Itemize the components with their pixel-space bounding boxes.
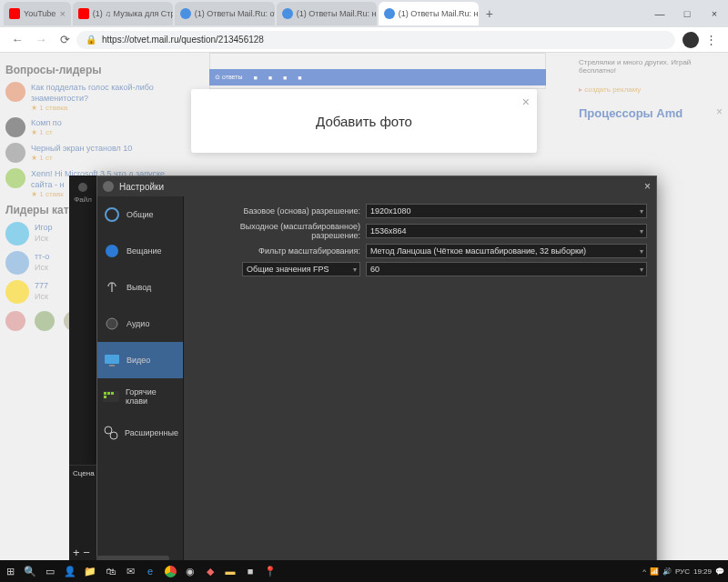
question-item[interactable]: Как подделать голос какой-либо знаменито… (5, 82, 186, 112)
nav-audio[interactable]: Аудио (97, 306, 183, 342)
fps-type-select[interactable]: Общие значения FPS (242, 262, 360, 276)
tab-youtube[interactable]: YouTube× (4, 2, 71, 25)
nav-output[interactable]: Вывод (97, 269, 183, 306)
avatar (5, 143, 25, 163)
new-tab-button[interactable]: + (480, 6, 499, 21)
tab-music[interactable]: (1) ♫ Музыка для Стрима× (73, 2, 173, 25)
avatar (5, 311, 25, 331)
avatar (5, 82, 25, 102)
antenna-icon (103, 278, 121, 296)
youtube-icon (9, 8, 20, 19)
tab-mail1[interactable]: (1) Ответы Mail.Ru: ответ× (175, 2, 275, 25)
ad-text: Стрелялки и много других. Играй бесплатн… (579, 58, 723, 75)
windows-taskbar[interactable]: ⊞ 🔍 ▭ 👤 📁 🛍 ✉ e ◉ ◆ ▬ ■ 📍 ^ 📶 🔊 РУС 19:2… (0, 560, 728, 582)
svg-point-11 (110, 432, 117, 439)
section-title: Вопросы-лидеры (5, 64, 186, 76)
cogs-icon (103, 424, 119, 442)
svg-rect-8 (111, 392, 114, 395)
output-resolution-select[interactable]: 1536x864 (366, 224, 647, 238)
add-scene-button[interactable]: + − (73, 546, 90, 559)
reload-icon[interactable]: ⟳ (56, 32, 73, 48)
question-item[interactable]: Комп по★ 1 ст (5, 117, 186, 137)
page-right-sidebar: Стрелялки и много других. Играй бесплатн… (573, 53, 728, 125)
base-resolution-label: Базовое (основа) разрешение: (193, 206, 366, 216)
start-button[interactable]: ⊞ (0, 561, 20, 581)
tab-mail3-active[interactable]: (1) Ответы Mail.Ru: настро× (379, 2, 479, 25)
avatar (35, 311, 55, 331)
output-resolution-label: Выходное (масштабированное) разрешение: (193, 222, 366, 240)
obs-titlebar[interactable]: Настройки × (97, 176, 656, 196)
svg-point-1 (106, 245, 118, 257)
profile-avatar[interactable] (682, 32, 699, 48)
nav-hotkeys[interactable]: Горячие клави (97, 378, 183, 415)
address-bar: ← → ⟳ 🔒https://otvet.mail.ru/question/21… (0, 27, 728, 53)
svg-rect-7 (107, 392, 110, 395)
nav-advanced[interactable]: Расширенные (97, 415, 183, 451)
gear-icon (103, 206, 121, 224)
mail-icon (180, 8, 191, 19)
network-icon[interactable]: 📶 (650, 567, 659, 576)
mail-icon[interactable]: ✉ (120, 561, 140, 581)
tab-mail2[interactable]: (1) Ответы Mail.Ru: настро× (277, 2, 377, 25)
svg-rect-4 (109, 365, 115, 366)
settings-nav: Общие Вещание Вывод Аудио Видео Горячие … (97, 196, 184, 582)
ad-title[interactable]: Процессоры Amd (579, 106, 723, 120)
explorer-icon[interactable]: 📁 (80, 561, 100, 581)
app-icon[interactable]: ▬ (220, 561, 240, 581)
notifications-icon[interactable]: 💬 (715, 567, 724, 576)
avatar (5, 251, 29, 275)
tray-chevron-icon[interactable]: ^ (642, 567, 646, 576)
obs-scene-panel: Сцена + − (69, 465, 96, 565)
nav-stream[interactable]: Вещание (97, 233, 183, 269)
window-minimize[interactable]: — (646, 3, 673, 25)
forward-icon[interactable]: → (33, 32, 49, 48)
window-close[interactable]: × (701, 3, 728, 25)
mail-ru-header: ⊙ ответы■■■■ (209, 69, 546, 85)
nav-general[interactable]: Общие (97, 196, 183, 233)
mail-icon (282, 8, 293, 19)
store-icon[interactable]: 🛍 (100, 561, 120, 581)
svg-point-0 (106, 208, 118, 221)
search-icon[interactable]: 🔍 (20, 561, 40, 581)
modal-title: Добавить фото (316, 114, 412, 129)
app-icon[interactable]: 📍 (260, 561, 280, 581)
file-menu[interactable]: Файл (69, 196, 96, 204)
window-title: Настройки (119, 182, 164, 192)
nav-video[interactable]: Видео (97, 342, 183, 378)
url-input[interactable]: 🔒https://otvet.mail.ru/question/21345612… (76, 31, 675, 49)
people-icon[interactable]: 👤 (60, 561, 80, 581)
youtube-icon (78, 8, 89, 19)
menu-icon[interactable]: ⋮ (703, 32, 719, 48)
keyboard-icon (103, 387, 120, 406)
system-tray[interactable]: ^ 📶 🔊 РУС 19:29 💬 (642, 567, 728, 576)
app-icon[interactable]: ◆ (200, 561, 220, 581)
clock[interactable]: 19:29 (693, 567, 712, 576)
window-maximize[interactable]: □ (673, 3, 701, 25)
svg-rect-3 (105, 355, 119, 364)
svg-rect-9 (104, 396, 106, 398)
avatar (5, 280, 29, 304)
browser-tab-strip: YouTube× (1) ♫ Музыка для Стрима× (1) От… (0, 0, 728, 27)
question-item[interactable]: Черный экран установл 10★ 1 ст (5, 143, 186, 163)
back-icon[interactable]: ← (9, 32, 25, 48)
obs-icon[interactable]: ◉ (180, 561, 200, 581)
downscale-filter-label: Фильтр масштабирования: (193, 246, 366, 256)
close-icon[interactable]: × (59, 8, 65, 19)
downscale-filter-select[interactable]: Метод Ланцоша (Чёткое масштабирование, 3… (366, 244, 647, 258)
speaker-icon (103, 315, 121, 333)
avatar (5, 222, 29, 246)
close-icon[interactable]: × (644, 180, 651, 193)
task-view-icon[interactable]: ▭ (40, 561, 60, 581)
modal-close-icon[interactable]: × (522, 95, 530, 109)
base-resolution-select[interactable]: 1920x1080 (366, 204, 647, 218)
ad-close-icon[interactable]: × (716, 105, 723, 118)
add-photo-modal: Добавить фото × (191, 89, 537, 153)
avatar (5, 117, 25, 137)
edge-icon[interactable]: e (140, 561, 160, 581)
chrome-icon[interactable] (160, 561, 180, 581)
app-icon[interactable]: ■ (240, 561, 260, 581)
fps-value-select[interactable]: 60 (366, 262, 647, 276)
language-indicator[interactable]: РУС (675, 567, 690, 576)
scene-label: Сцена (69, 466, 96, 481)
volume-icon[interactable]: 🔊 (662, 567, 672, 576)
